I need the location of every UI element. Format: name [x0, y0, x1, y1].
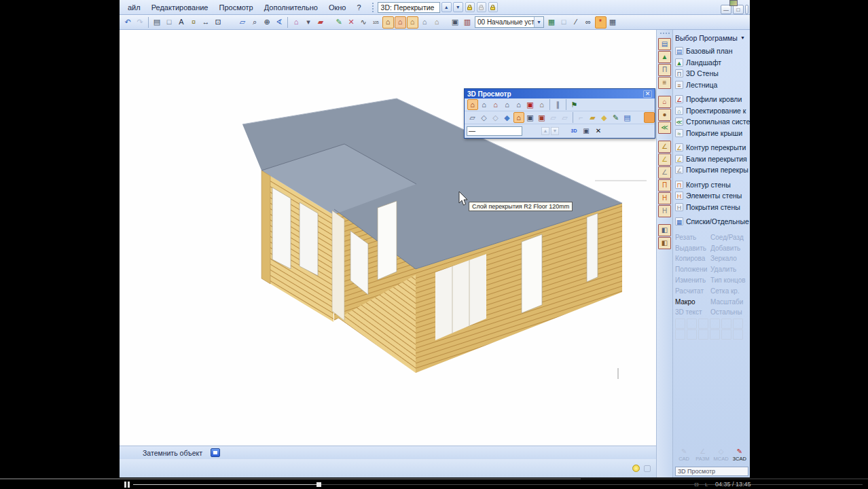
- zoom-icon[interactable]: ⌕: [249, 16, 261, 29]
- program-3d-walls[interactable]: П3D Стены: [675, 68, 750, 79]
- shrink-view-icon[interactable]: ↔: [200, 16, 212, 29]
- calculator-icon[interactable]: ▦: [546, 16, 558, 29]
- wireframe-icon[interactable]: ◇: [479, 112, 490, 123]
- door-opening[interactable]: [522, 234, 542, 313]
- mode-floor-icon[interactable]: ⌂: [407, 16, 418, 29]
- door-opening[interactable]: [378, 201, 397, 280]
- lists-alt-icon[interactable]: ◧: [658, 237, 671, 249]
- program-landscape[interactable]: ▲Ландшафт: [675, 57, 750, 69]
- tab-cad[interactable]: ✎CAD: [675, 446, 693, 465]
- close-button[interactable]: [745, 5, 748, 14]
- chevron-down-icon[interactable]: ▾: [303, 16, 314, 29]
- view-back-icon[interactable]: ⌂: [490, 99, 501, 110]
- menu-window[interactable]: Окно: [323, 1, 352, 14]
- new-page-icon[interactable]: □: [164, 16, 175, 29]
- material-cube-icon[interactable]: ◆: [599, 112, 610, 123]
- action-macro[interactable]: Макро: [675, 298, 710, 306]
- unlock-layer-icon[interactable]: [477, 2, 486, 12]
- menu-edit[interactable]: Редактирование: [146, 1, 214, 14]
- draw-tool-icon[interactable]: ✎: [611, 112, 621, 123]
- viewer-titlebar[interactable]: 3D Просмотр ✕: [465, 89, 655, 98]
- window-opening-narrow[interactable]: [587, 213, 598, 282]
- window-opening[interactable]: [300, 202, 318, 276]
- drawing-canvas[interactable]: Слой перекрытия R2 Floor 120mm 3D Просмо…: [120, 30, 656, 446]
- lamp-icon[interactable]: ¤: [188, 16, 200, 29]
- fit-view-icon[interactable]: ⊡: [213, 16, 224, 29]
- player-captions-icon[interactable]: ⊡: [694, 482, 699, 488]
- erase-icon[interactable]: ▰: [315, 16, 327, 29]
- wall-elements-icon[interactable]: Н: [658, 192, 671, 204]
- rafters-icon[interactable]: ≪: [658, 122, 671, 134]
- menu-view[interactable]: Просмотр: [213, 1, 258, 14]
- grid-icon[interactable]: ▦: [607, 16, 619, 29]
- restore-button[interactable]: □: [733, 5, 744, 14]
- mode-plan-icon[interactable]: ⌂: [431, 16, 443, 29]
- view-left-icon[interactable]: ⌂: [502, 99, 513, 110]
- strip-grip[interactable]: [660, 33, 670, 35]
- eraser-icon[interactable]: ▰: [587, 112, 598, 123]
- program-roof-design[interactable]: ⌂Проектирование к: [675, 105, 750, 117]
- lock-view-icon[interactable]: [644, 112, 655, 123]
- chevron-down-icon[interactable]: ▼: [534, 17, 543, 27]
- hidden-line-icon[interactable]: ◇: [490, 112, 501, 123]
- program-slab-contour[interactable]: ∠Контур перекрыти: [675, 142, 750, 153]
- wall-contour-icon[interactable]: П: [658, 179, 671, 192]
- undo-icon[interactable]: ↶: [122, 16, 134, 29]
- tab-razm[interactable]: ∠РАЗМ: [693, 446, 711, 465]
- copy-style-icon[interactable]: ▣: [450, 16, 461, 29]
- mode-3d-icon[interactable]: ⌂: [419, 16, 431, 29]
- snapshot-icon[interactable]: ▣: [581, 126, 592, 136]
- textured-icon[interactable]: ⌂: [513, 112, 524, 123]
- view-right-icon[interactable]: ⌂: [513, 99, 524, 110]
- program-selector[interactable]: Выбор Программы ▼: [675, 33, 750, 43]
- pan-icon[interactable]: ⊕: [261, 16, 273, 29]
- stairs-icon[interactable]: ≡: [658, 77, 671, 89]
- minimize-button[interactable]: —: [721, 5, 731, 14]
- program-roof-cover[interactable]: ≈Покрытие крыши: [675, 128, 750, 139]
- clear-field-icon[interactable]: ✕: [593, 126, 604, 136]
- player-seek-handle[interactable]: [317, 482, 321, 487]
- view-top-icon[interactable]: ⌂: [537, 99, 547, 110]
- checkbox-icon[interactable]: □: [558, 16, 570, 29]
- landscape-icon[interactable]: ▲: [658, 51, 671, 63]
- blank-icon[interactable]: [225, 16, 236, 29]
- pen-tool-icon[interactable]: ⁄: [571, 16, 582, 29]
- toolbar-grip[interactable]: [372, 3, 374, 12]
- player-size-icon[interactable]: L: [705, 482, 708, 488]
- settings-combo[interactable]: 00 Начальные уст▼: [475, 16, 544, 28]
- font-tool-icon[interactable]: A: [176, 16, 187, 29]
- viewer-close-icon[interactable]: ✕: [643, 90, 652, 98]
- lock-layer-icon[interactable]: [465, 2, 475, 12]
- program-slab-cover[interactable]: ∠Покрытия перекры: [675, 164, 750, 176]
- slab-beams-icon[interactable]: ∠: [658, 153, 671, 166]
- render-screen-icon[interactable]: ▣: [525, 99, 536, 110]
- program-lists[interactable]: ▦Списки/Отдельные: [675, 216, 750, 228]
- ski-measure-icon[interactable]: ∥: [553, 99, 564, 110]
- shaded-icon[interactable]: ◆: [502, 112, 513, 123]
- camera-path-icon[interactable]: ▣: [537, 112, 547, 123]
- walkthrough-flag-icon[interactable]: ⚑: [569, 99, 580, 110]
- program-wall-contour[interactable]: ПКонтур стены: [675, 179, 750, 191]
- mode-combo[interactable]: 3D: Перекрытие: [378, 2, 440, 13]
- walls-3d-icon[interactable]: П: [658, 64, 671, 76]
- wireframe-all-icon[interactable]: ▱: [467, 112, 478, 123]
- wing-corner-post[interactable]: [261, 170, 270, 284]
- level-down-button[interactable]: ▼: [453, 2, 463, 12]
- library-icon[interactable]: ▥: [462, 16, 473, 29]
- door-opening[interactable]: [272, 187, 291, 269]
- slab-cover-icon[interactable]: ∠: [658, 166, 671, 179]
- tab-3cad[interactable]: ✎3CAD: [731, 446, 748, 465]
- corner-post[interactable]: [332, 211, 344, 321]
- roof-eye-icon[interactable]: ●: [658, 109, 671, 121]
- slab-contour-icon[interactable]: ∠: [658, 141, 671, 153]
- tab-mcad[interactable]: ◇MCAD: [712, 446, 730, 465]
- program-roof-profiles[interactable]: ∠Профили кровли: [675, 94, 750, 105]
- plan-icon[interactable]: ▤: [658, 38, 671, 50]
- angle-icon[interactable]: ∢: [274, 16, 285, 29]
- program-wall-cover[interactable]: НПокрытия стены: [675, 202, 750, 213]
- program-wall-elements[interactable]: НЭлементы стены: [675, 190, 750, 202]
- menu-file[interactable]: айл: [122, 1, 146, 14]
- lock-all-icon[interactable]: [488, 2, 498, 12]
- program-stairs[interactable]: ≡Лестница: [675, 79, 750, 91]
- tip-lightbulb-icon[interactable]: [632, 465, 640, 472]
